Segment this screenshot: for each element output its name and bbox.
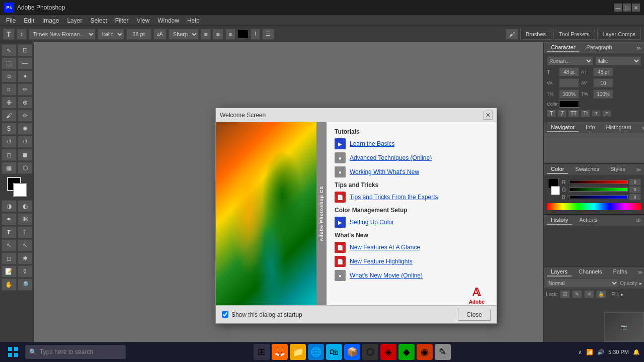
menu-filter[interactable]: Filter	[111, 16, 133, 25]
align-right-icon[interactable]: ≡	[225, 29, 235, 40]
lock-image-btn[interactable]: ✎	[572, 290, 582, 298]
text-tool-icon[interactable]: T	[3, 29, 15, 40]
align-left-icon[interactable]: ≡	[201, 29, 211, 40]
blend-mode-select[interactable]: Normal	[546, 279, 619, 288]
tab-actions[interactable]: Actions	[575, 216, 601, 225]
char-kerning-input[interactable]	[559, 78, 579, 87]
char-vertical-scale[interactable]	[559, 89, 579, 99]
menu-file[interactable]: File	[2, 16, 20, 25]
eraser-tool[interactable]: ◻	[2, 149, 17, 161]
font-family-select[interactable]: Times New Roman...	[29, 29, 96, 40]
patch-tool[interactable]: ⊕	[18, 97, 33, 109]
app8-icon[interactable]: ◆	[398, 344, 415, 360]
app6-icon[interactable]: ⬡	[362, 344, 378, 360]
tab-layers[interactable]: Layers	[547, 267, 572, 277]
pencil-tool[interactable]: ✏	[18, 110, 33, 122]
file-explorer-icon[interactable]: 📁	[290, 344, 306, 360]
red-value[interactable]	[629, 178, 641, 186]
custom-shape-tool[interactable]: ✱	[18, 252, 33, 264]
options-icon[interactable]: 🖌	[506, 29, 518, 40]
app7-icon[interactable]: ◈	[380, 344, 396, 360]
store-icon[interactable]: 🛍	[326, 344, 342, 360]
pen-tool[interactable]: ✒	[2, 213, 17, 225]
tab-tool-presets[interactable]: Tool Presets	[553, 29, 595, 40]
firefox-icon[interactable]: 🦊	[272, 344, 288, 360]
dropbox-icon[interactable]: 📦	[344, 344, 360, 360]
layers-expand[interactable]: ≫	[637, 269, 642, 275]
setting-up-color-link[interactable]: ▶ Setting Up Color	[335, 217, 489, 228]
tab-paragraph[interactable]: Paragraph	[582, 43, 616, 52]
blue-slider[interactable]	[569, 195, 628, 199]
navigator-expand[interactable]: ≫	[641, 125, 644, 131]
show-dialog-checkbox[interactable]	[222, 311, 228, 318]
vertical-type-tool[interactable]: T	[18, 226, 33, 238]
tab-swatches[interactable]: Swatches	[571, 165, 603, 174]
menu-layer[interactable]: Layer	[63, 16, 86, 25]
char-font-style[interactable]: Italic	[595, 56, 641, 65]
edge-icon[interactable]: 🌐	[308, 344, 324, 360]
char-font-family[interactable]: Roman...	[547, 56, 593, 65]
task-view-button[interactable]: ⊞	[254, 344, 270, 360]
tab-character[interactable]: Character	[547, 43, 579, 52]
tab-paths[interactable]: Paths	[609, 267, 631, 277]
burn-tool[interactable]: ◐	[18, 200, 33, 212]
window-controls[interactable]: — □ ✕	[614, 4, 640, 12]
eyedropper-tool[interactable]: ✏	[18, 83, 33, 96]
whats-new-working-link[interactable]: ● Working With What's New	[335, 166, 489, 177]
notification-icon[interactable]: 🔔	[633, 349, 640, 355]
menu-view[interactable]: View	[132, 16, 153, 25]
paint-bucket-tool[interactable]: ⬡	[18, 162, 33, 174]
crop-tool[interactable]: ⌗	[2, 83, 17, 96]
learn-basics-link[interactable]: ▶ Learn the Basics	[335, 138, 489, 149]
dodge-tool[interactable]: ◑	[2, 200, 17, 212]
char-super[interactable]: T	[592, 110, 601, 117]
healing-tool[interactable]: ✙	[2, 97, 17, 109]
marquee-tool[interactable]: ⬚	[2, 57, 17, 69]
bg-color-swatch[interactable]	[551, 186, 560, 195]
color-swatches[interactable]	[7, 177, 27, 197]
tab-histogram[interactable]: Histogram	[602, 123, 635, 132]
char-leading-input[interactable]	[593, 67, 613, 76]
tab-history[interactable]: History	[547, 216, 572, 225]
taskbar-search[interactable]: 🔍 Type here to search	[25, 345, 126, 359]
tips-experts-link[interactable]: 📄 Tips and Tricks From the Experts	[335, 192, 489, 203]
minimize-button[interactable]: —	[614, 4, 622, 12]
font-style-select[interactable]: Italic	[98, 29, 124, 40]
lock-position-btn[interactable]: ✛	[584, 290, 594, 298]
char-horizontal-scale[interactable]	[593, 89, 613, 99]
anti-alias-icon[interactable]: aA	[153, 29, 167, 40]
app9-icon[interactable]: ◉	[417, 344, 433, 360]
history-brush-tool[interactable]: ↺	[2, 136, 17, 148]
menu-select[interactable]: Select	[86, 16, 111, 25]
notes-tool[interactable]: 📝	[2, 265, 17, 278]
artboard-tool[interactable]: ⊡	[18, 44, 33, 56]
shape-tool[interactable]: ◻	[2, 252, 17, 264]
new-features-glance-link[interactable]: 📄 New Features At A Glance	[335, 242, 489, 253]
history-expand[interactable]: ≫	[636, 218, 641, 223]
tab-info[interactable]: Info	[582, 123, 599, 132]
char-sub[interactable]: T	[602, 110, 611, 117]
hand-tool[interactable]: ✋	[2, 279, 17, 291]
tab-layer-comps[interactable]: Layer Comps	[597, 29, 641, 40]
tab-navigator[interactable]: Navigator	[547, 123, 579, 132]
maximize-button[interactable]: □	[623, 4, 631, 12]
menu-image[interactable]: Image	[38, 16, 63, 25]
move-tool[interactable]: ↖	[2, 44, 17, 56]
align-center-icon[interactable]: ≡	[213, 29, 223, 40]
char-italic[interactable]: T	[557, 110, 567, 117]
zoom-tool[interactable]: 🔎	[18, 279, 33, 291]
close-dialog-button[interactable]: Close	[458, 309, 491, 321]
char-size-input[interactable]	[559, 67, 579, 76]
menu-help[interactable]: Help	[183, 16, 204, 25]
art-history-brush[interactable]: ↺	[18, 136, 33, 148]
green-value[interactable]	[629, 186, 641, 193]
gradient-tool[interactable]: ▦	[2, 162, 17, 174]
lock-all-btn[interactable]: 🔒	[596, 290, 606, 298]
tab-brushes[interactable]: Brushes	[520, 29, 551, 40]
color-panel-expand[interactable]: ≫	[636, 167, 641, 172]
start-button[interactable]	[4, 344, 22, 360]
palettes-icon[interactable]: ☰	[262, 29, 274, 40]
color-spectrum[interactable]	[547, 203, 641, 210]
clone-stamp-tool[interactable]: S	[2, 123, 17, 135]
lock-transparent-btn[interactable]: ☑	[560, 290, 570, 298]
